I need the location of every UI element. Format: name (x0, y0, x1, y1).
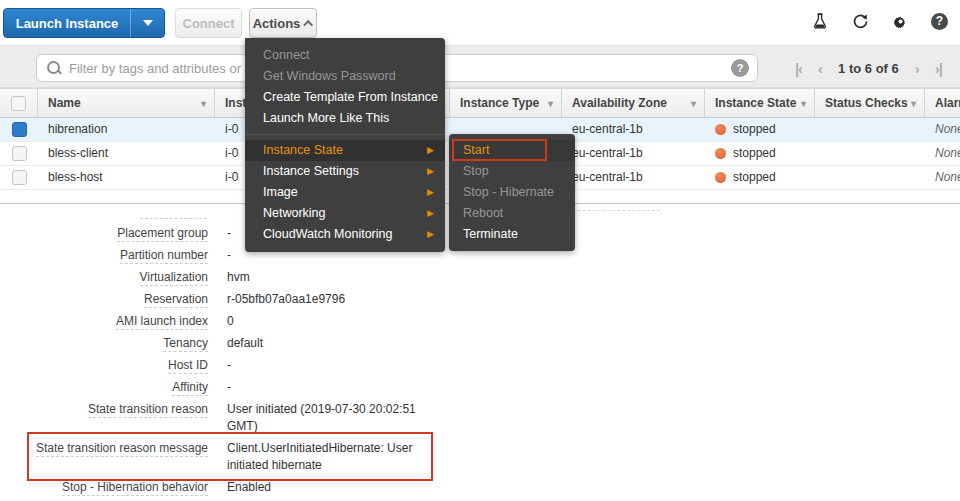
actions-label: Actions (253, 16, 301, 31)
launch-instance-button[interactable]: Launch Instance (3, 8, 165, 38)
pagination-range-label: 1 to 6 of 6 (838, 61, 899, 76)
gear-icon[interactable] (891, 12, 909, 30)
refresh-icon[interactable] (851, 12, 869, 30)
column-header-name[interactable]: Name ▾ (38, 89, 215, 117)
pagination-prev-button[interactable]: ‹ (818, 60, 822, 77)
detail-label: State transition reason message (36, 441, 208, 457)
menu-item-instance-state[interactable]: Instance State (245, 140, 445, 161)
cell-availability-zone: eu-central-1b (562, 142, 705, 165)
detail-row-virtualization: Virtualization hvm (0, 266, 480, 288)
row-checkbox[interactable] (12, 146, 27, 161)
cell-name: bless-client (38, 142, 215, 165)
submenu-item-stop[interactable]: Stop (449, 161, 575, 182)
detail-value: 0 (227, 313, 234, 330)
row-checkbox-checked[interactable] (12, 122, 27, 137)
menu-separator (245, 134, 445, 135)
pagination-first-button[interactable]: |‹ (795, 60, 802, 77)
cell-status-checks (815, 142, 925, 165)
sort-arrow-icon: ▾ (911, 98, 916, 109)
menu-item-cloudwatch-monitoring[interactable]: CloudWatch Monitoring (245, 224, 445, 245)
connect-button[interactable]: Connect (175, 8, 242, 38)
help-icon[interactable]: ? (931, 13, 948, 30)
menu-item-image[interactable]: Image (245, 182, 445, 203)
stopped-state-icon (715, 172, 726, 183)
pagination-last-button[interactable]: ›| (935, 60, 942, 77)
pagination-next-button[interactable]: › (915, 60, 919, 77)
detail-value: User initiated (2019-07-30 20:02:51 GMT) (227, 401, 439, 435)
detail-value: r-05bfb07a0aa1e9796 (227, 291, 345, 308)
detail-value: hvm (227, 269, 250, 286)
detail-label: AMI launch index (116, 314, 208, 330)
select-all-checkbox[interactable] (11, 96, 26, 111)
sort-arrow-icon: ▾ (691, 98, 696, 109)
launch-instance-split-toggle[interactable] (130, 9, 164, 37)
sort-arrow-icon: ▾ (548, 98, 553, 109)
column-header-alarm-status[interactable]: Alarm Status (925, 89, 960, 117)
submenu-item-start[interactable]: Start (449, 140, 575, 161)
detail-value: Client.UserInitiatedHibernate: User init… (227, 440, 439, 474)
submenu-item-stop-hibernate[interactable]: Stop - Hibernate (449, 182, 575, 203)
select-all-checkbox-cell (0, 89, 38, 117)
detail-row-tenancy: Tenancy default (0, 332, 480, 354)
chevron-up-icon (303, 19, 313, 29)
menu-item-get-windows-password[interactable]: Get Windows Password (245, 66, 445, 87)
menu-item-create-template-from-instance[interactable]: Create Template From Instance (245, 87, 445, 108)
detail-row-ami-launch-index: AMI launch index 0 (0, 310, 480, 332)
detail-row-reservation: Reservation r-05bfb07a0aa1e9796 (0, 288, 480, 310)
detail-label: Placement group (117, 226, 208, 242)
instance-state-submenu: Start Stop Stop - Hibernate Reboot Termi… (449, 134, 575, 251)
search-icon (47, 61, 61, 75)
detail-row-stop-hibernation-behavior: Stop - Hibernation behavior Enabled (0, 476, 480, 498)
cell-alarm-status: None (925, 118, 960, 141)
toolbar-right-icons: ? (811, 12, 948, 30)
cell-alarm-status: None (925, 166, 960, 189)
detail-value: Enabled (227, 479, 271, 496)
submenu-item-reboot[interactable]: Reboot (449, 203, 575, 224)
column-header-instance-type[interactable]: Instance Type ▾ (450, 89, 562, 117)
detail-label: Tenancy (163, 336, 208, 352)
column-header-instance-state[interactable]: Instance State ▾ (705, 89, 815, 117)
instance-table-header: Name ▾ Instance ID ▾ Instance Type ▾ Ava… (0, 88, 960, 118)
cell-status-checks (815, 166, 925, 189)
truncated-detail-label (140, 218, 207, 219)
sort-arrow-icon: ▾ (801, 98, 806, 109)
detail-label: Partition number (120, 248, 208, 264)
cell-availability-zone: eu-central-1b (562, 166, 705, 189)
toolbar: Launch Instance Connect Actions (0, 0, 960, 45)
cell-instance-state: stopped (705, 142, 815, 165)
detail-row-host-id: Host ID - (0, 354, 480, 376)
actions-button[interactable]: Actions (249, 8, 317, 38)
cell-name: bless-host (38, 166, 215, 189)
column-header-status-checks[interactable]: Status Checks ▾ (815, 89, 925, 117)
stopped-state-icon (715, 148, 726, 159)
filter-bar: ? |‹ ‹ 1 to 6 of 6 › ›| (0, 45, 960, 88)
row-checkbox[interactable] (12, 170, 27, 185)
detail-value: - (227, 225, 231, 242)
launch-instance-label: Launch Instance (4, 16, 130, 31)
detail-row-state-transition-reason-message: State transition reason message Client.U… (0, 437, 480, 476)
detail-value: default (227, 335, 263, 352)
column-header-availability-zone[interactable]: Availability Zone ▾ (562, 89, 705, 117)
cell-instance-state: stopped (705, 166, 815, 189)
cell-instance-state: stopped (705, 118, 815, 141)
detail-label: Affinity (172, 380, 208, 396)
submenu-item-terminate[interactable]: Terminate (449, 224, 575, 245)
flask-icon[interactable] (811, 12, 829, 30)
chevron-down-icon (143, 20, 153, 26)
detail-value: - (227, 247, 231, 264)
detail-value: - (227, 379, 231, 396)
pagination: |‹ ‹ 1 to 6 of 6 › ›| (795, 54, 942, 82)
detail-label: Stop - Hibernation behavior (62, 480, 208, 496)
detail-row-affinity: Affinity - (0, 376, 480, 398)
menu-item-connect[interactable]: Connect (245, 45, 445, 66)
search-help-icon[interactable]: ? (731, 59, 749, 77)
menu-item-networking[interactable]: Networking (245, 203, 445, 224)
menu-item-instance-settings[interactable]: Instance Settings (245, 161, 445, 182)
detail-row-state-transition-reason: State transition reason User initiated (… (0, 398, 480, 437)
detail-value: - (227, 357, 231, 374)
cell-name: hibrenation (38, 118, 215, 141)
menu-item-launch-more-like-this[interactable]: Launch More Like This (245, 108, 445, 129)
detail-label: Virtualization (140, 270, 208, 286)
detail-label: Host ID (168, 358, 208, 374)
sort-arrow-icon: ▾ (201, 98, 206, 109)
